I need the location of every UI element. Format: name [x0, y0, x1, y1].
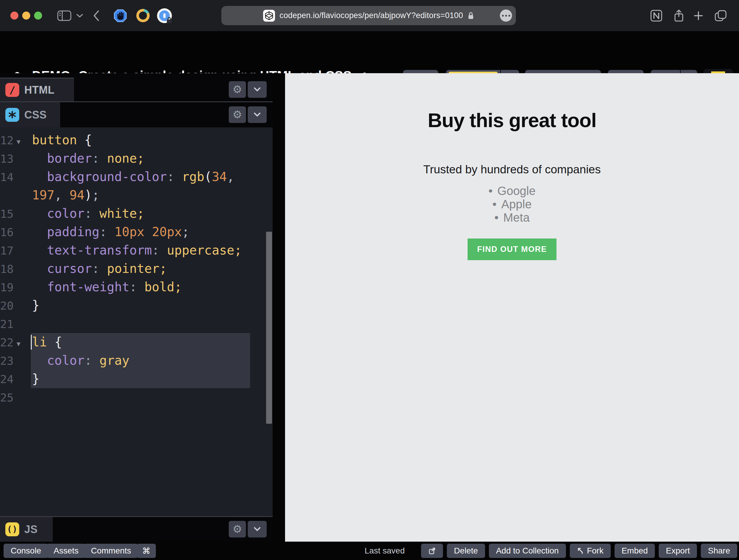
code-token [32, 353, 47, 368]
code-token: 34 [212, 169, 227, 184]
code-line-18[interactable]: 18 cursor: pointer; [0, 260, 273, 278]
code-token: gray [100, 353, 130, 368]
company-list: •Google•Apple•Meta [285, 184, 739, 224]
code-token: background-color [47, 169, 167, 184]
company-name: Meta [503, 211, 530, 224]
code-line-25[interactable]: 25 [0, 388, 273, 407]
tab-overview-icon[interactable] [714, 0, 728, 31]
sidebar-toggle-icon[interactable] [57, 0, 72, 31]
code-line-wrap[interactable]: 197, 94); [0, 186, 273, 204]
code-token: : [130, 280, 137, 294]
code-token: ; [92, 188, 99, 202]
code-line-20[interactable]: 20} [0, 296, 273, 315]
js-settings-gear-button[interactable]: ⚙ [229, 521, 246, 538]
code-token [159, 243, 167, 258]
js-tab-label: JS [24, 523, 38, 536]
fork-button[interactable]: Fork [570, 544, 611, 558]
line-number: 23 [0, 352, 14, 370]
line-number: 12 [0, 131, 14, 150]
tab-js[interactable]: () JS [0, 517, 53, 542]
sidebar-chevron-icon[interactable] [76, 0, 84, 31]
code-token [92, 206, 99, 221]
result-preview-pane: Buy this great tool Trusted by hundreds … [285, 73, 739, 542]
code-token: { [85, 133, 92, 147]
lock-icon [468, 12, 474, 20]
keyboard-shortcuts-button[interactable]: ⌘ [137, 544, 156, 558]
url-text: codepen.io/flaviocopes/pen/abjpowY?edito… [279, 11, 463, 20]
address-bar[interactable]: codepen.io/flaviocopes/pen/abjpowY?edito… [221, 6, 516, 25]
back-button-icon[interactable] [91, 0, 101, 31]
code-line-22[interactable]: 22▾li { [0, 333, 273, 352]
fold-arrow-icon[interactable]: ▾ [14, 334, 32, 353]
content-blocker-extension-icon[interactable] [113, 0, 127, 31]
password-manager-extension-icon[interactable] [157, 0, 172, 31]
code-token: button [32, 133, 77, 147]
new-tab-icon[interactable] [693, 0, 704, 31]
code-token: none; [107, 151, 144, 166]
ring-extension-icon[interactable] [136, 0, 150, 31]
code-token: padding [47, 225, 100, 239]
html-tab-label: HTML [24, 84, 54, 96]
code-token: : [92, 261, 99, 276]
code-line-17[interactable]: 17 text-transform: uppercase; [0, 241, 273, 260]
window-close-button[interactable] [10, 12, 18, 20]
tab-css[interactable]: * CSS [0, 102, 60, 127]
embed-button[interactable]: Embed [614, 544, 655, 558]
html-settings-gear-button[interactable]: ⚙ [229, 81, 246, 98]
code-line-23[interactable]: 23 color: gray [0, 352, 273, 370]
css-settings-gear-button[interactable]: ⚙ [229, 106, 246, 123]
find-out-more-button[interactable]: FIND OUT MORE [468, 239, 557, 260]
editor-preview-resizer[interactable] [273, 73, 285, 542]
assets-button[interactable]: Assets [46, 544, 86, 558]
code-token: color [47, 206, 85, 221]
open-in-new-window-button[interactable] [421, 544, 443, 558]
share-button[interactable]: Share [701, 544, 737, 558]
fold-arrow-icon[interactable]: ▾ [14, 132, 32, 151]
code-token [77, 133, 85, 147]
last-saved-status: Last saved [365, 546, 405, 556]
code-token [174, 169, 182, 184]
delete-button[interactable]: Delete [447, 544, 485, 558]
css-code-editor[interactable]: 12▾button {13 border: none;14 background… [0, 127, 273, 516]
gear-icon: ⚙ [233, 84, 242, 95]
code-token: rgb [182, 169, 204, 184]
code-line-12[interactable]: 12▾button { [0, 131, 273, 149]
code-line-15[interactable]: 15 color: white; [0, 204, 273, 223]
share-icon[interactable] [672, 0, 686, 31]
tab-html[interactable]: / HTML [0, 78, 74, 101]
code-token: li [32, 335, 47, 349]
line-number: 21 [0, 315, 14, 333]
html-collapse-button[interactable] [248, 81, 267, 98]
window-zoom-button[interactable] [34, 12, 42, 20]
fork-icon [577, 547, 584, 554]
code-token: : [92, 151, 99, 166]
css-collapse-button[interactable] [248, 106, 267, 123]
comments-button[interactable]: Comments [84, 544, 138, 558]
js-collapse-button[interactable] [248, 521, 267, 538]
notion-app-icon[interactable] [649, 0, 663, 31]
code-token [32, 261, 47, 276]
code-line-14[interactable]: 14 background-color: rgb(34, [0, 168, 273, 186]
company-name: Google [497, 184, 536, 197]
add-to-collection-button[interactable]: Add to Collection [489, 544, 566, 558]
page-settings-ellipsis-icon[interactable] [500, 9, 512, 22]
chevron-down-icon [253, 87, 261, 92]
code-token: : [100, 225, 107, 239]
code-token: uppercase; [167, 243, 242, 258]
preview-heading: Buy this great tool [285, 109, 739, 132]
code-token: 197 [32, 188, 54, 202]
line-number: 13 [0, 150, 14, 168]
code-token: : [85, 206, 92, 221]
export-button[interactable]: Export [659, 544, 697, 558]
gear-icon: ⚙ [233, 109, 242, 120]
console-button[interactable]: Console [4, 544, 48, 558]
code-line-16[interactable]: 16 padding: 10px 20px; [0, 223, 273, 241]
code-line-13[interactable]: 13 border: none; [0, 149, 273, 168]
company-list-item: •Meta [285, 211, 739, 224]
window-minimize-button[interactable] [22, 12, 30, 20]
code-line-19[interactable]: 19 font-weight: bold; [0, 278, 273, 296]
code-line-21[interactable]: 21 [0, 315, 273, 333]
code-token [32, 206, 47, 221]
code-line-24[interactable]: 24} [0, 370, 273, 388]
chevron-down-icon [253, 527, 261, 532]
